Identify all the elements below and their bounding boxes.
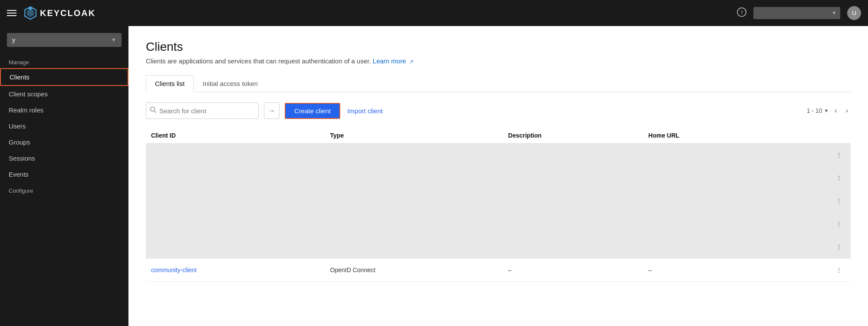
create-client-button[interactable]: Create client bbox=[285, 103, 340, 119]
pagination-prev-button[interactable]: ‹ bbox=[832, 106, 839, 115]
navbar: KEYCLOAK ? ▼ U bbox=[0, 0, 868, 26]
page-title: Clients bbox=[146, 40, 851, 54]
help-button[interactable]: ? bbox=[737, 7, 746, 19]
sidebar-item-groups-label: Groups bbox=[9, 138, 30, 146]
pagination: 1 - 10 ▼ ‹ › bbox=[807, 106, 851, 115]
sidebar-item-groups[interactable]: Groups bbox=[0, 134, 128, 150]
learn-more-label: Learn more bbox=[373, 57, 406, 65]
keycloak-logo-icon bbox=[23, 6, 37, 20]
pagination-caret-icon: ▼ bbox=[824, 108, 829, 113]
toolbar: → Create client Import client 1 - 10 ▼ ‹… bbox=[146, 102, 851, 119]
sidebar-item-realm-roles[interactable]: Realm roles bbox=[0, 102, 128, 118]
table-row: ⋮ bbox=[146, 236, 851, 259]
table-row: ⋮ bbox=[146, 190, 851, 213]
search-input[interactable] bbox=[159, 107, 255, 115]
sidebar-item-client-scopes[interactable]: Client scopes bbox=[0, 86, 128, 102]
row-menu-button[interactable]: ⋮ bbox=[832, 242, 845, 252]
navbar-search-wrapper: ▼ bbox=[753, 7, 840, 19]
client-description: – bbox=[503, 259, 643, 282]
search-submit-button[interactable]: → bbox=[264, 102, 279, 119]
client-id-link[interactable]: community-client bbox=[151, 267, 197, 273]
navbar-right: ? ▼ U bbox=[737, 6, 861, 20]
sidebar-item-users[interactable]: Users bbox=[0, 118, 128, 134]
import-client-button[interactable]: Import client bbox=[345, 104, 385, 118]
table-row: ⋮ bbox=[146, 167, 851, 190]
logo: KEYCLOAK bbox=[23, 6, 737, 20]
sidebar-item-users-label: Users bbox=[9, 122, 26, 130]
sidebar-item-clients[interactable]: Clients bbox=[0, 68, 128, 86]
realm-input[interactable]: y bbox=[12, 36, 90, 43]
sidebar-item-events[interactable]: Events bbox=[0, 166, 128, 182]
tab-initial-access-token-label: Initial access token bbox=[203, 80, 258, 87]
sidebar-item-sessions[interactable]: Sessions bbox=[0, 150, 128, 166]
table-row: ⋮ bbox=[146, 213, 851, 236]
table-row: ⋮ bbox=[146, 144, 851, 167]
row-menu-button[interactable]: ⋮ bbox=[832, 196, 845, 206]
search-wrapper bbox=[146, 102, 259, 119]
col-type: Type bbox=[325, 128, 503, 144]
logo-text: KEYCLOAK bbox=[40, 8, 95, 18]
table-header: Client ID Type Description Home URL bbox=[146, 128, 851, 144]
tab-clients-list-label: Clients list bbox=[155, 80, 184, 87]
hamburger-menu[interactable] bbox=[7, 10, 16, 16]
tabs: Clients list Initial access token bbox=[146, 75, 851, 92]
pagination-range-text: 1 - 10 bbox=[807, 107, 822, 114]
learn-more-link[interactable]: Learn more ↗ bbox=[373, 57, 414, 65]
realm-caret-icon: ▼ bbox=[111, 37, 116, 43]
svg-line-6 bbox=[155, 111, 156, 113]
pagination-range[interactable]: 1 - 10 ▼ bbox=[807, 107, 829, 114]
client-home-url: – bbox=[643, 259, 776, 282]
row-menu-button[interactable]: ⋮ bbox=[832, 150, 845, 160]
sidebar-section-configure: Configure bbox=[0, 182, 128, 197]
client-type: OpenID Connect bbox=[325, 259, 503, 282]
col-home-url: Home URL bbox=[643, 128, 776, 144]
main-layout: y ▼ Manage Clients Client scopes Realm r… bbox=[0, 26, 868, 326]
search-icon bbox=[150, 106, 157, 115]
realm-selector[interactable]: y ▼ bbox=[7, 33, 122, 47]
sidebar: y ▼ Manage Clients Client scopes Realm r… bbox=[0, 26, 128, 326]
navbar-search-input[interactable] bbox=[753, 7, 840, 19]
tab-initial-access-token[interactable]: Initial access token bbox=[194, 75, 267, 92]
svg-point-5 bbox=[151, 107, 155, 112]
page-description-text: Clients are applications and services th… bbox=[146, 57, 371, 65]
svg-text:?: ? bbox=[740, 9, 743, 16]
sidebar-item-sessions-label: Sessions bbox=[9, 155, 35, 162]
col-client-id: Client ID bbox=[146, 128, 325, 144]
sidebar-item-realm-roles-label: Realm roles bbox=[9, 106, 43, 114]
row-menu-button[interactable]: ⋮ bbox=[832, 173, 845, 183]
sidebar-section-manage: Manage bbox=[0, 54, 128, 68]
col-actions bbox=[776, 128, 851, 144]
row-menu-button[interactable]: ⋮ bbox=[832, 219, 845, 229]
page-description: Clients are applications and services th… bbox=[146, 57, 851, 65]
table-row: community-client OpenID Connect – – ⋮ bbox=[146, 259, 851, 282]
tab-clients-list[interactable]: Clients list bbox=[146, 75, 194, 92]
table-body: ⋮ ⋮ ⋮ ⋮ bbox=[146, 144, 851, 282]
external-link-icon: ↗ bbox=[409, 59, 414, 65]
sidebar-item-clients-label: Clients bbox=[10, 73, 30, 81]
col-description: Description bbox=[503, 128, 643, 144]
sidebar-item-client-scopes-label: Client scopes bbox=[9, 90, 48, 98]
pagination-next-button[interactable]: › bbox=[843, 106, 851, 115]
clients-table: Client ID Type Description Home URL ⋮ bbox=[146, 128, 851, 282]
row-menu-button[interactable]: ⋮ bbox=[832, 265, 845, 275]
content-area: Clients Clients are applications and ser… bbox=[128, 26, 868, 326]
user-avatar[interactable]: U bbox=[847, 6, 861, 20]
sidebar-item-events-label: Events bbox=[9, 171, 29, 178]
